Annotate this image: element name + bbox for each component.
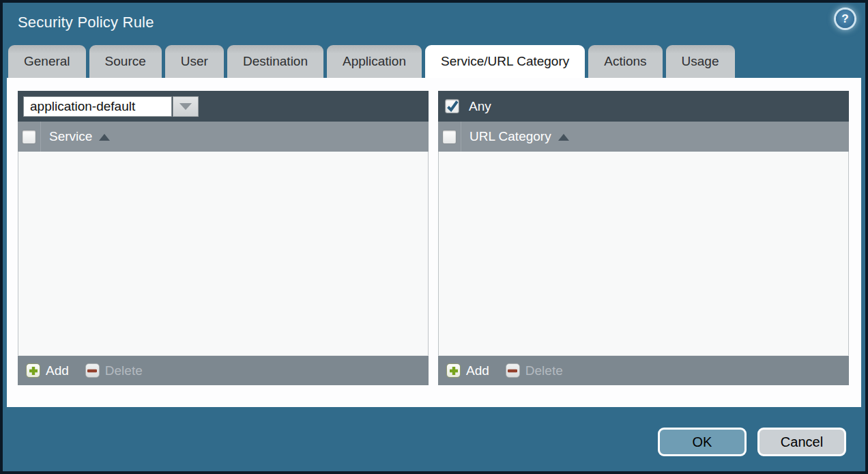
tab-source[interactable]: Source bbox=[89, 45, 162, 78]
service-select-all-checkbox[interactable] bbox=[22, 130, 36, 144]
url-category-delete-button[interactable]: Delete bbox=[506, 363, 563, 378]
service-footer: Add Delete bbox=[18, 356, 429, 385]
add-button-label: Add bbox=[46, 363, 69, 378]
service-type-dropdown-button[interactable] bbox=[173, 96, 199, 117]
tab-service-url-category[interactable]: Service/URL Category bbox=[425, 45, 585, 78]
service-add-button[interactable]: Add bbox=[26, 363, 69, 378]
url-category-list[interactable] bbox=[438, 152, 849, 356]
tab-application[interactable]: Application bbox=[327, 45, 422, 78]
any-checkbox-label: Any bbox=[469, 99, 491, 114]
url-category-footer: Add Delete bbox=[438, 356, 849, 385]
service-column-header[interactable]: Service bbox=[49, 129, 92, 144]
dialog-title: Security Policy Rule bbox=[18, 14, 154, 31]
service-list[interactable] bbox=[18, 152, 429, 356]
tab-actions[interactable]: Actions bbox=[588, 45, 662, 78]
url-category-toolbar: Any bbox=[438, 91, 849, 122]
tab-destination[interactable]: Destination bbox=[227, 45, 323, 78]
dialog-titlebar: Security Policy Rule ? bbox=[3, 3, 865, 45]
delete-minus-icon bbox=[85, 363, 100, 378]
add-plus-icon bbox=[26, 363, 40, 378]
ok-button[interactable]: OK bbox=[658, 428, 747, 456]
tab-content-panel: Service Add bbox=[7, 78, 861, 407]
add-plus-icon bbox=[446, 363, 461, 378]
service-type-combobox bbox=[23, 96, 199, 117]
tab-general[interactable]: General bbox=[8, 45, 86, 78]
tab-user[interactable]: User bbox=[165, 45, 224, 78]
cancel-button[interactable]: Cancel bbox=[757, 428, 846, 456]
url-category-column: Any URL Category bbox=[438, 91, 849, 385]
tab-strip: General Source User Destination Applicat… bbox=[8, 45, 735, 78]
dialog-buttons: OK Cancel bbox=[658, 428, 846, 456]
url-category-table-header: URL Category bbox=[438, 122, 849, 152]
service-column: Service Add bbox=[18, 91, 429, 385]
chevron-down-icon bbox=[179, 103, 192, 110]
service-table-header: Service bbox=[18, 122, 429, 152]
security-policy-rule-dialog: Security Policy Rule ? General Source Us… bbox=[0, 0, 868, 474]
help-icon[interactable]: ? bbox=[836, 10, 854, 28]
service-delete-button[interactable]: Delete bbox=[85, 363, 143, 378]
service-toolbar bbox=[18, 91, 429, 122]
url-category-add-button[interactable]: Add bbox=[446, 363, 489, 378]
delete-button-label: Delete bbox=[525, 363, 563, 378]
url-category-select-all-checkbox[interactable] bbox=[442, 130, 457, 144]
add-button-label: Add bbox=[466, 363, 489, 378]
service-type-input[interactable] bbox=[23, 96, 172, 117]
delete-minus-icon bbox=[506, 363, 520, 378]
url-category-column-header[interactable]: URL Category bbox=[469, 129, 551, 144]
tab-usage[interactable]: Usage bbox=[666, 45, 735, 78]
sort-ascending-icon[interactable] bbox=[558, 134, 569, 141]
delete-button-label: Delete bbox=[105, 363, 143, 378]
sort-ascending-icon[interactable] bbox=[99, 134, 110, 141]
any-checkbox[interactable] bbox=[445, 99, 459, 113]
